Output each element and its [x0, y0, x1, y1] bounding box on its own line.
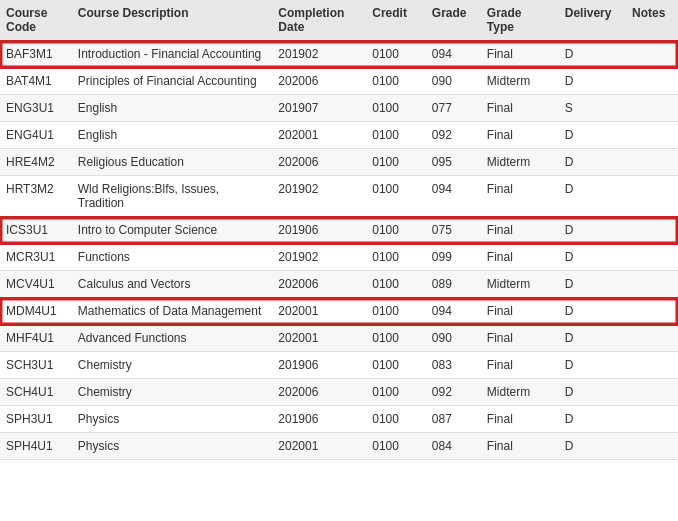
- cell-description: Advanced Functions: [72, 325, 273, 352]
- cell-delivery: S: [559, 95, 626, 122]
- cell-grade_type: Final: [481, 406, 559, 433]
- cell-grade_type: Final: [481, 325, 559, 352]
- cell-grade: 075: [426, 217, 481, 244]
- cell-course_code: MCV4U1: [0, 271, 72, 298]
- cell-notes: [626, 352, 678, 379]
- cell-course_code: HRE4M2: [0, 149, 72, 176]
- cell-grade_type: Final: [481, 122, 559, 149]
- cell-completion_date: 202006: [272, 271, 366, 298]
- header-delivery: Delivery: [559, 0, 626, 41]
- table-row: SCH4U1Chemistry2020060100092MidtermD: [0, 379, 678, 406]
- cell-notes: [626, 68, 678, 95]
- cell-description: Physics: [72, 406, 273, 433]
- cell-description: Wld Religions:Blfs, Issues, Tradition: [72, 176, 273, 217]
- cell-grade: 094: [426, 298, 481, 325]
- cell-credit: 0100: [366, 41, 426, 68]
- cell-description: Principles of Financial Accounting: [72, 68, 273, 95]
- cell-credit: 0100: [366, 433, 426, 460]
- table-row: ENG4U1English2020010100092FinalD: [0, 122, 678, 149]
- cell-credit: 0100: [366, 176, 426, 217]
- cell-delivery: D: [559, 41, 626, 68]
- cell-description: English: [72, 95, 273, 122]
- cell-description: Calculus and Vectors: [72, 271, 273, 298]
- cell-delivery: D: [559, 298, 626, 325]
- cell-course_code: BAF3M1: [0, 41, 72, 68]
- cell-credit: 0100: [366, 406, 426, 433]
- cell-description: Physics: [72, 433, 273, 460]
- cell-grade: 077: [426, 95, 481, 122]
- cell-course_code: HRT3M2: [0, 176, 72, 217]
- cell-notes: [626, 271, 678, 298]
- cell-grade: 095: [426, 149, 481, 176]
- cell-course_code: SPH3U1: [0, 406, 72, 433]
- cell-grade: 084: [426, 433, 481, 460]
- table-row: BAF3M1Introduction - Financial Accountin…: [0, 41, 678, 68]
- cell-grade_type: Final: [481, 95, 559, 122]
- cell-delivery: D: [559, 406, 626, 433]
- cell-course_code: MDM4U1: [0, 298, 72, 325]
- cell-course_code: ENG3U1: [0, 95, 72, 122]
- cell-grade: 090: [426, 325, 481, 352]
- cell-course_code: MCR3U1: [0, 244, 72, 271]
- cell-completion_date: 202001: [272, 433, 366, 460]
- cell-completion_date: 201906: [272, 352, 366, 379]
- table-row: BAT4M1Principles of Financial Accounting…: [0, 68, 678, 95]
- cell-notes: [626, 122, 678, 149]
- cell-grade: 087: [426, 406, 481, 433]
- cell-delivery: D: [559, 325, 626, 352]
- cell-grade_type: Final: [481, 217, 559, 244]
- header-description: Course Description: [72, 0, 273, 41]
- cell-course_code: SPH4U1: [0, 433, 72, 460]
- cell-completion_date: 201902: [272, 176, 366, 217]
- cell-description: Mathematics of Data Management: [72, 298, 273, 325]
- cell-delivery: D: [559, 176, 626, 217]
- cell-credit: 0100: [366, 122, 426, 149]
- cell-notes: [626, 217, 678, 244]
- cell-description: Chemistry: [72, 379, 273, 406]
- header-notes: Notes: [626, 0, 678, 41]
- cell-completion_date: 202006: [272, 149, 366, 176]
- cell-grade_type: Final: [481, 298, 559, 325]
- cell-grade_type: Midterm: [481, 68, 559, 95]
- cell-delivery: D: [559, 379, 626, 406]
- cell-grade: 092: [426, 122, 481, 149]
- cell-delivery: D: [559, 352, 626, 379]
- cell-course_code: SCH3U1: [0, 352, 72, 379]
- cell-description: English: [72, 122, 273, 149]
- cell-notes: [626, 244, 678, 271]
- cell-credit: 0100: [366, 352, 426, 379]
- cell-grade_type: Final: [481, 41, 559, 68]
- table-row: MDM4U1Mathematics of Data Management2020…: [0, 298, 678, 325]
- cell-grade_type: Final: [481, 433, 559, 460]
- table-header-row: CourseCode Course Description Completion…: [0, 0, 678, 41]
- table-row: MCR3U1Functions2019020100099FinalD: [0, 244, 678, 271]
- cell-description: Introduction - Financial Accounting: [72, 41, 273, 68]
- cell-course_code: MHF4U1: [0, 325, 72, 352]
- cell-completion_date: 201902: [272, 244, 366, 271]
- cell-delivery: D: [559, 122, 626, 149]
- cell-description: Functions: [72, 244, 273, 271]
- cell-grade_type: Final: [481, 244, 559, 271]
- cell-grade: 094: [426, 41, 481, 68]
- cell-completion_date: 202006: [272, 379, 366, 406]
- cell-delivery: D: [559, 149, 626, 176]
- cell-completion_date: 201907: [272, 95, 366, 122]
- cell-grade_type: Midterm: [481, 379, 559, 406]
- cell-credit: 0100: [366, 325, 426, 352]
- cell-notes: [626, 298, 678, 325]
- cell-grade: 089: [426, 271, 481, 298]
- cell-notes: [626, 176, 678, 217]
- course-table: CourseCode Course Description Completion…: [0, 0, 678, 460]
- cell-credit: 0100: [366, 95, 426, 122]
- cell-course_code: SCH4U1: [0, 379, 72, 406]
- cell-delivery: D: [559, 68, 626, 95]
- table-row: SPH3U1Physics2019060100087FinalD: [0, 406, 678, 433]
- cell-grade: 092: [426, 379, 481, 406]
- cell-credit: 0100: [366, 379, 426, 406]
- cell-course_code: ENG4U1: [0, 122, 72, 149]
- header-course-code: CourseCode: [0, 0, 72, 41]
- cell-credit: 0100: [366, 298, 426, 325]
- cell-credit: 0100: [366, 68, 426, 95]
- cell-notes: [626, 379, 678, 406]
- cell-notes: [626, 433, 678, 460]
